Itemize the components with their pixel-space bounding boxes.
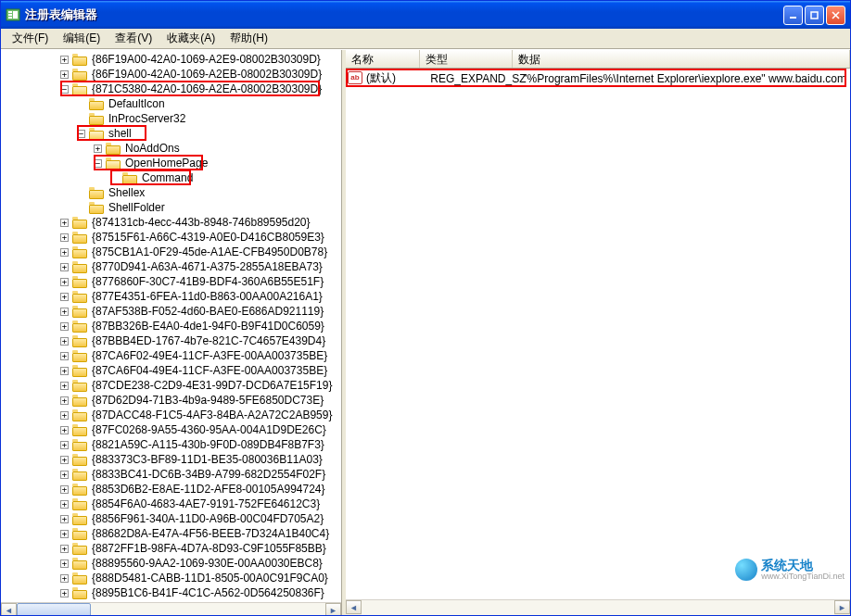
expand-icon[interactable]: +	[60, 589, 69, 597]
column-type[interactable]: 类型	[420, 50, 513, 68]
tree-node[interactable]: −shell	[5, 126, 341, 141]
list-row[interactable]: ab (默认) REG_EXPAND_SZ "%ProgramFiles%\In…	[346, 70, 850, 86]
tree-node-label[interactable]: DefaultIcon	[107, 96, 167, 111]
tree-node[interactable]: +{87D62D94-71B3-4b9a-9489-5FE6850DC73E}	[5, 393, 341, 408]
tree-node-label[interactable]: OpenHomePage	[123, 156, 210, 170]
tree-node[interactable]: +{86F19A00-42A0-1069-A2EB-08002B30309D}	[5, 67, 341, 82]
tree-node-label[interactable]: shell	[107, 126, 133, 141]
tree-node[interactable]: Command	[5, 170, 341, 185]
tree-node-label[interactable]: {87CDE238-C2D9-4E31-99D7-DCD6A7E15F19}	[90, 378, 334, 393]
list-body[interactable]: ab (默认) REG_EXPAND_SZ "%ProgramFiles%\In…	[346, 69, 850, 599]
expand-icon[interactable]: +	[60, 411, 69, 420]
tree-node-label[interactable]: Shellex	[107, 185, 146, 200]
expand-icon[interactable]: +	[94, 145, 102, 153]
scroll-right-arrow[interactable]: ►	[325, 603, 341, 615]
expand-icon[interactable]: +	[60, 278, 69, 286]
tree-node[interactable]: −{871C5380-42A0-1069-A2EA-08002B30309D}	[5, 82, 341, 96]
tree-node-label[interactable]: {86F19A00-42A0-1069-A2E9-08002B30309D}	[90, 52, 323, 67]
menu-help[interactable]: 帮助(H)	[222, 29, 275, 48]
expand-icon[interactable]: +	[60, 293, 69, 301]
expand-icon[interactable]: +	[60, 219, 69, 227]
tree-node[interactable]: +{87CDE238-C2D9-4E31-99D7-DCD6A7E15F19}	[5, 378, 341, 393]
expand-icon[interactable]: +	[60, 515, 69, 523]
tree-node[interactable]: +NoAddOns	[5, 141, 341, 156]
scroll-left-arrow[interactable]: ◄	[1, 603, 17, 615]
tree-node[interactable]: +{888D5481-CABB-11D1-8505-00A0C91F9CA0}	[5, 571, 341, 585]
tree-node[interactable]: +{8856F961-340A-11D0-A96B-00C04FD705A2}	[5, 511, 341, 526]
tree-node[interactable]: +{88682D8A-E47A-4F56-BEEB-7D324A1B40C4}	[5, 526, 341, 541]
tree-node[interactable]: +{87515F61-A66C-4319-A0E0-D416CB8059E3}	[5, 230, 341, 245]
tree-node[interactable]: +{87BBB4ED-1767-4b7e-821C-7C4657E439D4}	[5, 333, 341, 348]
expand-icon[interactable]: +	[60, 352, 69, 360]
scroll-track[interactable]	[362, 600, 834, 615]
tree-node[interactable]: InProcServer32	[5, 111, 341, 126]
menu-edit[interactable]: 编辑(E)	[56, 29, 108, 48]
tree-node[interactable]: +{8853D6B2-E8AE-11D2-AFE8-00105A994724}	[5, 482, 341, 497]
scroll-left-arrow[interactable]: ◄	[346, 600, 362, 614]
tree-node-label[interactable]: {8821A59C-A115-430b-9F0D-089DB4F8B7F3}	[90, 437, 326, 452]
menu-favorites[interactable]: 收藏夹(A)	[159, 29, 222, 48]
expand-icon[interactable]: +	[60, 263, 69, 271]
tree-horizontal-scrollbar[interactable]: ◄ ►	[1, 602, 341, 615]
minimize-button[interactable]	[783, 6, 803, 25]
expand-icon[interactable]: +	[60, 382, 69, 390]
expand-icon[interactable]: +	[60, 70, 69, 79]
expand-icon[interactable]: +	[60, 426, 69, 434]
expand-icon[interactable]: +	[60, 56, 69, 64]
tree-panel[interactable]: +{86F19A00-42A0-1069-A2E9-08002B30309D}+…	[1, 50, 342, 615]
tree-node[interactable]: +{8895B1C6-B41F-4C1C-A562-0D564250836F}	[5, 585, 341, 600]
tree-node-label[interactable]: {86F19A00-42A0-1069-A2EB-08002B30309D}	[90, 67, 324, 82]
tree-node[interactable]: +{8833BC41-DC6B-34B9-A799-682D2554F02F}	[5, 467, 341, 482]
tree-node-label[interactable]: {8895B1C6-B41F-4C1C-A562-0D564250836F}	[90, 585, 326, 600]
tree-node-label[interactable]: {888D5481-CABB-11D1-8505-00A0C91F9CA0}	[90, 571, 330, 585]
tree-node[interactable]: ShellFolder	[5, 200, 341, 215]
tree-node-label[interactable]: Command	[140, 170, 195, 185]
tree-node[interactable]: +{87CA6F02-49E4-11CF-A3FE-00AA003735BE}	[5, 348, 341, 363]
scroll-right-arrow[interactable]: ►	[834, 600, 850, 614]
titlebar[interactable]: 注册表编辑器	[1, 1, 850, 29]
tree-node-label[interactable]: {8853D6B2-E8AE-11D2-AFE8-00105A994724}	[90, 482, 327, 497]
expand-icon[interactable]: +	[60, 233, 69, 242]
tree-node[interactable]: +{8872FF1B-98FA-4D7A-8D93-C9F1055F85BB}	[5, 541, 341, 556]
expand-icon[interactable]: +	[60, 396, 69, 405]
tree-node-label[interactable]: {87FC0268-9A55-4360-95AA-004A1D9DE26C}	[90, 422, 328, 437]
expand-icon[interactable]: +	[60, 308, 69, 316]
scroll-track[interactable]	[17, 603, 325, 615]
expand-icon[interactable]: +	[60, 441, 69, 449]
tree-node-label[interactable]: {8854F6A0-4683-4AE7-9191-752FE64612C3}	[90, 497, 322, 511]
tree-node-label[interactable]: {87BBB4ED-1767-4b7e-821C-7C4657E439D4}	[90, 333, 327, 348]
menu-file[interactable]: 文件(F)	[5, 29, 56, 48]
tree-node-label[interactable]: {88895560-9AA2-1069-930E-00AA0030EBC8}	[90, 556, 324, 571]
tree-node[interactable]: +{87FC0268-9A55-4360-95AA-004A1D9DE26C}	[5, 422, 341, 437]
tree-node-label[interactable]: {8856F961-340A-11D0-A96B-00C04FD705A2}	[90, 511, 325, 526]
tree-node[interactable]: +{87DACC48-F1C5-4AF3-84BA-A2A72C2AB959}	[5, 408, 341, 422]
tree-node-label[interactable]: {8833BC41-DC6B-34B9-A799-682D2554F02F}	[90, 467, 327, 482]
tree-node-label[interactable]: {87515F61-A66C-4319-A0E0-D416CB8059E3}	[90, 230, 326, 245]
tree-node[interactable]: +{87AF538B-F052-4d60-BAE0-E686AD921119}	[5, 304, 341, 319]
tree-node-label[interactable]: {87CA6F04-49E4-11CF-A3FE-00AA003735BE}	[90, 363, 329, 378]
tree-node[interactable]: +{87BB326B-E4A0-4de1-94F0-B9F41D0C6059}	[5, 319, 341, 333]
tree-node[interactable]: DefaultIcon	[5, 96, 341, 111]
expand-icon[interactable]: +	[60, 471, 69, 479]
tree-node-label[interactable]: {87BB326B-E4A0-4de1-94F0-B9F41D0C6059}	[90, 319, 326, 333]
tree-node[interactable]: +{8854F6A0-4683-4AE7-9191-752FE64612C3}	[5, 497, 341, 511]
expand-icon[interactable]: +	[60, 574, 69, 583]
tree-node-label[interactable]: {871C5380-42A0-1069-A2EA-08002B30309D}	[90, 82, 324, 96]
tree-node[interactable]: +{877E4351-6FEA-11d0-B863-00AA00A216A1}	[5, 289, 341, 304]
tree-node[interactable]: +{875CB1A1-0F29-45de-A1AE-CFB4950D0B78}	[5, 245, 341, 259]
tree-node[interactable]: +{8776860F-30C7-41B9-BDF4-360A6B55E51F}	[5, 274, 341, 289]
expand-icon[interactable]: +	[60, 530, 69, 538]
tree-node-label[interactable]: {8770D941-A63A-4671-A375-2855A18EBA73}	[90, 259, 324, 274]
scroll-thumb[interactable]	[17, 603, 91, 615]
tree-node-label[interactable]: {87CA6F02-49E4-11CF-A3FE-00AA003735BE}	[90, 348, 329, 363]
list-horizontal-scrollbar[interactable]: ◄ ►	[346, 599, 850, 615]
tree-node-label[interactable]: {877E4351-6FEA-11d0-B863-00AA00A216A1}	[90, 289, 324, 304]
expand-icon[interactable]: +	[60, 559, 69, 568]
tree-node[interactable]: +{8770D941-A63A-4671-A375-2855A18EBA73}	[5, 259, 341, 274]
tree-node[interactable]: +{8821A59C-A115-430b-9F0D-089DB4F8B7F3}	[5, 437, 341, 452]
tree-node-label[interactable]: {88682D8A-E47A-4F56-BEEB-7D324A1B40C4}	[90, 526, 331, 541]
tree-node[interactable]: +{88895560-9AA2-1069-930E-00AA0030EBC8}	[5, 556, 341, 571]
maximize-button[interactable]	[805, 6, 824, 25]
tree-node-label[interactable]: NoAddOns	[123, 141, 182, 156]
tree-node[interactable]: +{86F19A00-42A0-1069-A2E9-08002B30309D}	[5, 52, 341, 67]
